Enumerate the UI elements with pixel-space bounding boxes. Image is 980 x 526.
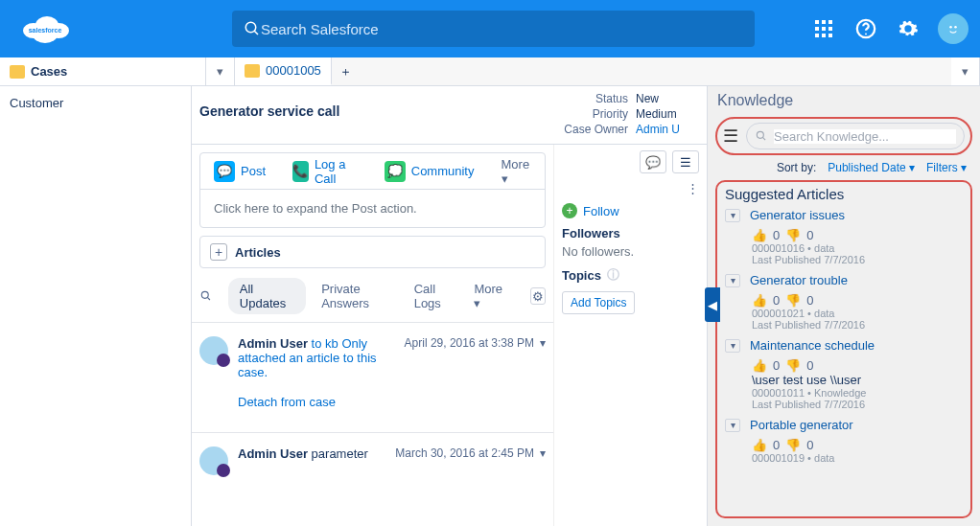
article-votes: 👍0👎0 (752, 438, 963, 452)
detach-link[interactable]: Detach from case (238, 395, 553, 409)
setup-gear-icon[interactable] (896, 16, 921, 41)
app-launcher-icon[interactable] (811, 16, 836, 41)
status-label: Status (551, 92, 628, 105)
feed-item-menu[interactable]: ▾ (540, 446, 546, 460)
search-icon (755, 129, 768, 143)
nav-cases-tab[interactable]: Cases (0, 57, 206, 85)
side-overflow-icon[interactable]: ⋮ (562, 181, 699, 195)
svg-point-17 (865, 34, 867, 35)
community-action[interactable]: 💭Community (371, 161, 488, 182)
app-header: salesforce (0, 0, 980, 57)
search-icon (244, 20, 261, 37)
case-tab[interactable]: 00001005 (235, 57, 332, 85)
article-title[interactable]: Maintenance schedule (750, 338, 875, 353)
follow-button[interactable]: +Follow (562, 203, 699, 218)
log-call-action[interactable]: 📞Log a Call (279, 157, 371, 186)
thumb-down-icon[interactable]: 👎 (785, 358, 801, 373)
priority-label: Priority (551, 107, 628, 121)
feed-item: Admin User parameter March 30, 2016 at 2… (192, 432, 553, 483)
article-title[interactable]: Generator issues (750, 208, 845, 222)
feed-user[interactable]: Admin User (238, 336, 308, 351)
post-action[interactable]: 💬Post (200, 161, 279, 182)
svg-text:salesforce: salesforce (29, 27, 62, 34)
knowledge-search[interactable] (746, 123, 965, 149)
topics-label: Topics (562, 268, 601, 283)
thumb-up-icon[interactable]: 👍 (752, 358, 767, 373)
thumb-down-icon[interactable]: 👎 (785, 293, 801, 308)
feed-user[interactable]: Admin User (238, 446, 308, 461)
article-published: Last Published 7/7/2016 (752, 399, 963, 410)
expand-caret[interactable]: ▾ (725, 339, 740, 353)
filters-link[interactable]: Filters ▾ (926, 161, 967, 174)
svg-point-21 (201, 291, 208, 298)
global-search[interactable] (232, 11, 755, 47)
nav-dropdown[interactable]: ▾ (206, 57, 235, 85)
knowledge-item: ▾Maintenance schedule👍0👎0\user test use … (725, 338, 963, 410)
thumb-up-icon[interactable]: 👍 (752, 293, 767, 308)
article-published: Last Published 7/7/2016 (752, 319, 963, 331)
side-comment-icon[interactable]: 💬 (640, 150, 666, 173)
add-tab-button[interactable]: ＋ (332, 57, 361, 85)
thumb-down-icon[interactable]: 👎 (785, 228, 801, 242)
thumb-up-icon[interactable]: 👍 (752, 228, 767, 242)
svg-rect-12 (828, 27, 832, 31)
svg-point-5 (245, 22, 256, 33)
knowledge-toolbar: ☰ (715, 117, 972, 155)
nav-label: Cases (31, 64, 67, 79)
owner-label: Case Owner (551, 123, 628, 136)
side-list-icon[interactable]: ☰ (672, 150, 699, 173)
feed-item-menu[interactable]: ▾ (540, 336, 546, 350)
articles-section[interactable]: + Articles (199, 236, 546, 268)
feed-text: parameter (312, 446, 368, 461)
salesforce-logo[interactable]: salesforce (12, 10, 79, 48)
folder-icon (245, 64, 260, 78)
expand-caret[interactable]: ▾ (725, 274, 740, 287)
knowledge-menu-icon[interactable]: ☰ (723, 126, 738, 147)
thumb-down-icon[interactable]: 👎 (785, 438, 801, 452)
svg-rect-13 (815, 34, 819, 37)
followers-label: Followers (562, 226, 699, 240)
profile-avatar[interactable] (938, 13, 968, 44)
help-icon[interactable] (853, 16, 878, 41)
article-meta: 000001019 • data (752, 452, 963, 464)
svg-rect-7 (815, 20, 819, 24)
svg-point-19 (949, 26, 952, 28)
svg-rect-8 (822, 20, 826, 24)
expand-caret[interactable]: ▾ (725, 419, 740, 432)
status-value: New (636, 92, 659, 105)
filter-all-updates[interactable]: All Updates (228, 278, 306, 314)
sort-value[interactable]: Published Date ▾ (828, 161, 915, 174)
filter-private[interactable]: Private Answers (321, 282, 398, 310)
add-topics-button[interactable]: Add Topics (562, 291, 635, 314)
suggested-title: Suggested Articles (725, 186, 963, 202)
knowledge-search-input[interactable] (774, 129, 956, 144)
case-title: Generator service call (199, 96, 536, 132)
workspace-tabs: Cases ▾ 00001005 ＋ ▾ (0, 57, 980, 86)
svg-line-22 (207, 297, 210, 300)
filter-more[interactable]: More ▾ (474, 282, 507, 310)
feed-settings-icon[interactable]: ⚙ (530, 287, 546, 305)
panel-collapse-handle[interactable]: ◀ (705, 287, 720, 322)
article-note: \user test use \\user (752, 373, 963, 387)
thumb-up-icon[interactable]: 👍 (752, 438, 767, 452)
priority-value: Medium (636, 107, 677, 121)
info-icon[interactable]: ⓘ (607, 266, 619, 284)
owner-value[interactable]: Admin U (636, 123, 680, 136)
global-search-input[interactable] (261, 21, 743, 37)
actions-more[interactable]: More ▾ (488, 157, 546, 186)
knowledge-item: ▾Generator issues👍0👎0000001016 • dataLas… (725, 208, 963, 265)
tabs-overflow[interactable]: ▾ (951, 57, 980, 85)
feed-search-icon[interactable] (199, 288, 213, 304)
article-title[interactable]: Generator trouble (750, 273, 848, 287)
avatar (199, 446, 228, 475)
expand-caret[interactable]: ▾ (725, 209, 740, 222)
svg-point-20 (954, 26, 957, 28)
article-title[interactable]: Portable generator (750, 418, 853, 432)
article-meta: 000001011 • Knowledge (752, 387, 963, 399)
post-icon: 💬 (214, 161, 235, 182)
add-article-button[interactable]: + (210, 243, 227, 261)
filter-call-logs[interactable]: Call Logs (414, 282, 459, 310)
post-expand-hint[interactable]: Click here to expand the Post action. (200, 190, 545, 227)
avatar (199, 336, 228, 365)
knowledge-item: ▾Generator trouble👍0👎0000001021 • dataLa… (725, 273, 963, 331)
